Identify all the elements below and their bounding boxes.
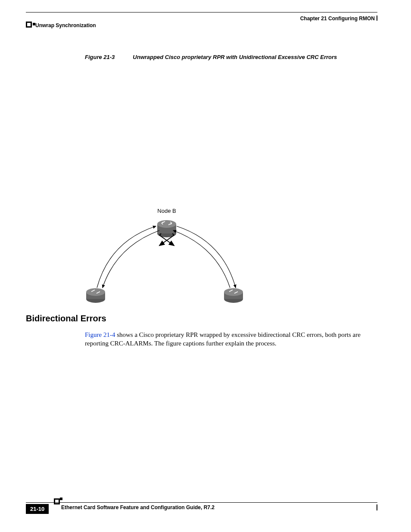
section-marker-dot — [33, 23, 35, 25]
footer-guide-title: Ethernet Card Software Feature and Confi… — [61, 504, 215, 510]
footer-end-bar — [377, 504, 377, 510]
figure-caption: Figure 21-3Unwrapped Cisco proprietary R… — [85, 54, 337, 60]
svg-point-2 — [157, 220, 176, 228]
paragraph-text: shows a Cisco proprietary RPR wrapped by… — [85, 331, 361, 347]
section-marker-icon-inner — [27, 23, 31, 26]
section-heading: Bidirectional Errors — [26, 314, 106, 324]
figure-diagram: Node B — [73, 207, 258, 310]
header-rule — [26, 12, 377, 12]
body-paragraph: Figure 21-4 shows a Cisco proprietary RP… — [85, 330, 377, 348]
figure-reference-link[interactable]: Figure 21-4 — [85, 331, 115, 338]
svg-point-5 — [86, 288, 105, 296]
footer-marker-dot — [60, 498, 62, 500]
figure-number: Figure 21-3 — [85, 54, 115, 60]
figure-title: Unwrapped Cisco proprietary RPR with Uni… — [133, 54, 337, 60]
node-b-label: Node B — [157, 208, 176, 214]
header-section: Unwrap Synchronization — [35, 22, 96, 28]
header-chapter: Chapter 21 Configuring RMON — [300, 16, 375, 22]
router-icon — [224, 288, 243, 303]
header-end-bar — [377, 16, 377, 21]
svg-point-8 — [224, 288, 243, 296]
router-icon — [86, 288, 105, 303]
footer-rule — [26, 502, 377, 503]
page-number: 21-10 — [26, 504, 49, 514]
